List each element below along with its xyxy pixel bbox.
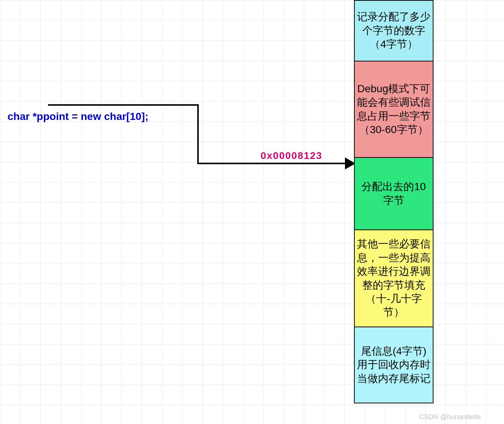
memory-block-debug: Debug模式下可能会有些调试信息占用一些字节（30-60字节） bbox=[354, 61, 434, 158]
memory-address-label: 0x00008123 bbox=[261, 150, 322, 162]
code-expression: char *ppoint = new char[10]; bbox=[8, 111, 148, 123]
memory-block-allocated: 分配出去的10字节 bbox=[354, 157, 434, 230]
memory-block-tail: 尾信息(4字节)用于回收内存时当做内存尾标记 bbox=[354, 327, 434, 403]
watermark-text: CSDN @hunandede bbox=[419, 413, 481, 421]
arrow-segment bbox=[48, 104, 199, 106]
arrow-segment bbox=[197, 104, 199, 164]
diagram-canvas: char *ppoint = new char[10]; 0x00008123 … bbox=[0, 0, 504, 424]
memory-block-padding: 其他一些必要信息，一些为提高效率进行边界调整的字节填充（十-几十字节） bbox=[354, 229, 434, 327]
memory-block-header: 记录分配了多少个字节的数字（4字节） bbox=[354, 0, 434, 61]
arrow-segment bbox=[197, 163, 347, 164]
